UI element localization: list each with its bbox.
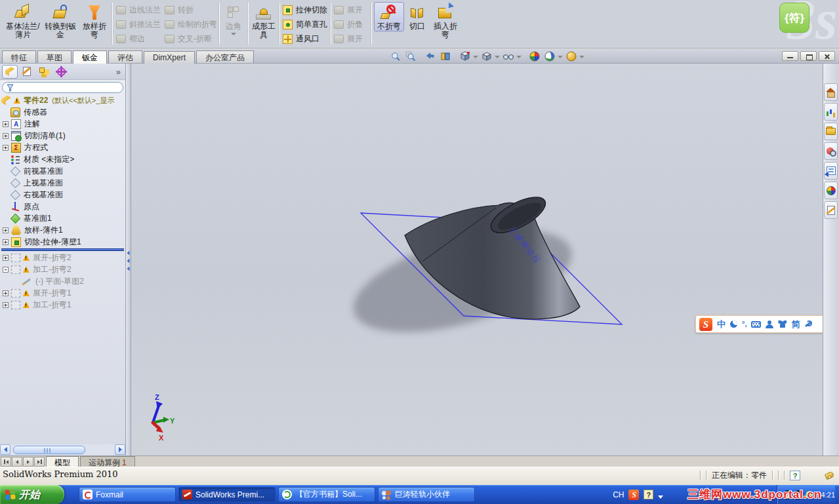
expand-toggle[interactable] bbox=[3, 239, 9, 245]
panel-more-chevron[interactable]: » bbox=[116, 67, 123, 77]
scroll-right-icon[interactable] bbox=[115, 444, 125, 455]
ime-chinese-mode-icon[interactable]: 中 bbox=[717, 320, 726, 328]
design-library-tab[interactable] bbox=[824, 103, 838, 121]
hem-button[interactable]: 褶边 bbox=[116, 33, 145, 45]
start-button[interactable]: 开始 bbox=[0, 485, 64, 504]
tree-item-flat-sketch2[interactable]: (-) 平面-草图2 bbox=[0, 275, 125, 287]
tree-item-cut-extrude[interactable]: 切除-拉伸-薄壁1 bbox=[0, 236, 125, 248]
unfold-button[interactable]: 展开 bbox=[334, 4, 363, 16]
vent-button[interactable]: 通风口 bbox=[283, 33, 319, 45]
scrollbar-thumb[interactable] bbox=[13, 446, 85, 454]
tree-horizontal-scrollbar[interactable] bbox=[0, 444, 125, 455]
tab-features[interactable]: 特征 bbox=[2, 50, 36, 63]
tree-item-process-bend1[interactable]: 加工-折弯1 bbox=[0, 299, 125, 311]
taskbar-item-solidworks[interactable]: SolidWorks Premi... bbox=[178, 487, 276, 502]
ime-settings-icon[interactable] bbox=[804, 320, 812, 328]
previous-view-icon[interactable] bbox=[423, 50, 437, 62]
miter-flange-button[interactable]: 斜接法兰 bbox=[116, 18, 161, 31]
ime-simplified-icon[interactable]: 简 bbox=[791, 320, 800, 328]
forming-tool-button[interactable]: 成形工具 bbox=[250, 2, 277, 40]
tab-dimxpert[interactable]: DimXpert bbox=[144, 51, 195, 64]
ime-soft-keyboard-icon[interactable] bbox=[751, 321, 761, 328]
rollback-bar[interactable] bbox=[1, 248, 124, 251]
no-bends-button[interactable]: 不折弯 bbox=[374, 2, 404, 31]
view-palette-tab[interactable] bbox=[824, 162, 838, 180]
base-flange-button[interactable]: 基体法兰/薄片 bbox=[4, 2, 42, 40]
tree-item-cutlist[interactable]: 切割清单(1) bbox=[0, 130, 125, 142]
scroll-left-icon[interactable] bbox=[0, 444, 10, 455]
tray-help-icon[interactable]: ? bbox=[644, 490, 653, 499]
taskbar-item-qq-group[interactable]: 巨涛轻轨小伙伴 bbox=[378, 487, 475, 502]
tree-item-top-plane[interactable]: 上视基准面 bbox=[0, 177, 125, 189]
expand-toggle[interactable] bbox=[3, 255, 9, 261]
hide-show-dropdown-icon[interactable] bbox=[516, 56, 522, 58]
motion-study-tab[interactable]: 运动算例1 bbox=[80, 456, 135, 467]
expand-toggle[interactable] bbox=[3, 121, 9, 127]
cross-break-button[interactable]: 交叉-折断 bbox=[165, 33, 212, 45]
taskbar-item-browser[interactable]: 【官方书籍】Soli... bbox=[278, 487, 375, 502]
taskbar-item-foxmail[interactable]: Foxmail bbox=[79, 487, 176, 502]
section-view-icon[interactable] bbox=[438, 50, 452, 62]
display-style-icon[interactable] bbox=[480, 50, 493, 62]
insert-bends-button[interactable]: 插入折弯 bbox=[430, 2, 460, 40]
view-orientation-icon[interactable] bbox=[458, 50, 472, 62]
propertymanager-tab[interactable] bbox=[19, 65, 35, 79]
panel-splitter[interactable] bbox=[126, 64, 131, 456]
file-explorer-tab[interactable] bbox=[824, 123, 838, 140]
minimize-button[interactable] bbox=[782, 51, 798, 61]
tree-root-part[interactable]: 零件22 (默认<<默认>_显示 bbox=[0, 94, 125, 106]
expand-toggle[interactable] bbox=[3, 302, 9, 308]
model-canvas[interactable]: 三维网论坛 Z Y X bbox=[131, 64, 823, 456]
quick-tips-help-button[interactable]: ? bbox=[790, 471, 800, 480]
restore-button[interactable] bbox=[800, 51, 817, 61]
model-tab[interactable]: 模型 bbox=[46, 456, 79, 467]
tab-office-products[interactable]: 办公室产品 bbox=[196, 50, 254, 63]
tree-item-unfold1[interactable]: 展开-折弯1 bbox=[0, 287, 125, 299]
tree-item-annotations[interactable]: 注解 bbox=[0, 118, 125, 130]
tree-item-right-plane[interactable]: 右视基准面 bbox=[0, 189, 125, 201]
dimxpertmanager-tab[interactable] bbox=[53, 65, 69, 79]
display-style-dropdown-icon[interactable] bbox=[495, 56, 500, 58]
apply-scene-dropdown-icon[interactable] bbox=[558, 56, 563, 58]
close-button[interactable] bbox=[819, 51, 835, 61]
hide-show-items-icon[interactable] bbox=[501, 50, 515, 62]
rip-button[interactable]: 切口 bbox=[406, 2, 428, 31]
first-tab-icon[interactable] bbox=[1, 457, 11, 467]
tab-sketch[interactable]: 草图 bbox=[37, 50, 72, 63]
sketched-bend-button[interactable]: 绘制的折弯 bbox=[165, 18, 217, 31]
apply-scene-icon[interactable] bbox=[542, 50, 556, 62]
tree-item-unfold2[interactable]: 展开-折弯2 bbox=[0, 252, 125, 263]
tag-icon[interactable] bbox=[825, 471, 835, 480]
zoom-area-icon[interactable] bbox=[403, 50, 417, 62]
view-settings-dropdown-icon[interactable] bbox=[579, 56, 584, 58]
view-settings-icon[interactable] bbox=[564, 50, 578, 62]
expand-toggle[interactable] bbox=[3, 227, 9, 233]
expand-toggle[interactable] bbox=[3, 290, 9, 296]
appearances-tab[interactable] bbox=[824, 182, 838, 199]
expand-toggle[interactable] bbox=[3, 133, 9, 139]
tree-item-process-bend2[interactable]: 加工-折弯2 bbox=[0, 263, 125, 275]
edit-appearance-icon[interactable] bbox=[527, 50, 541, 62]
language-indicator[interactable]: CH bbox=[613, 490, 624, 499]
extruded-cut-button[interactable]: 拉伸切除 bbox=[283, 4, 327, 16]
filter-input[interactable] bbox=[16, 83, 108, 92]
sogou-tray-icon[interactable]: S bbox=[628, 490, 639, 500]
corner-button[interactable]: 边角 bbox=[221, 2, 246, 36]
fold-button[interactable]: 折叠 bbox=[334, 18, 363, 31]
ime-skin-icon[interactable] bbox=[778, 320, 787, 328]
tree-item-front-plane[interactable]: 前视基准面 bbox=[0, 165, 125, 177]
tree-item-sensors[interactable]: 传感器 bbox=[0, 106, 125, 118]
prev-tab-icon[interactable] bbox=[12, 457, 22, 467]
tab-sheetmetal[interactable]: 钣金 bbox=[73, 50, 107, 64]
expand-toggle[interactable] bbox=[3, 267, 9, 273]
ime-badge[interactable]: {符} bbox=[779, 3, 809, 33]
ime-account-icon[interactable] bbox=[766, 320, 773, 328]
convert-to-sheetmetal-button[interactable]: 转换到钣金 bbox=[43, 2, 77, 40]
simple-hole-button[interactable]: 简单直孔 bbox=[283, 18, 327, 31]
featuremanager-tab[interactable] bbox=[2, 65, 18, 79]
tree-item-origin[interactable]: 原点 bbox=[0, 201, 125, 212]
jog-button[interactable]: 转折 bbox=[165, 4, 194, 16]
tree-item-loft[interactable]: 放样-薄件1 bbox=[0, 224, 125, 236]
ime-fullwidth-icon[interactable] bbox=[730, 320, 737, 328]
tree-item-equations[interactable]: 方程式 bbox=[0, 142, 125, 153]
